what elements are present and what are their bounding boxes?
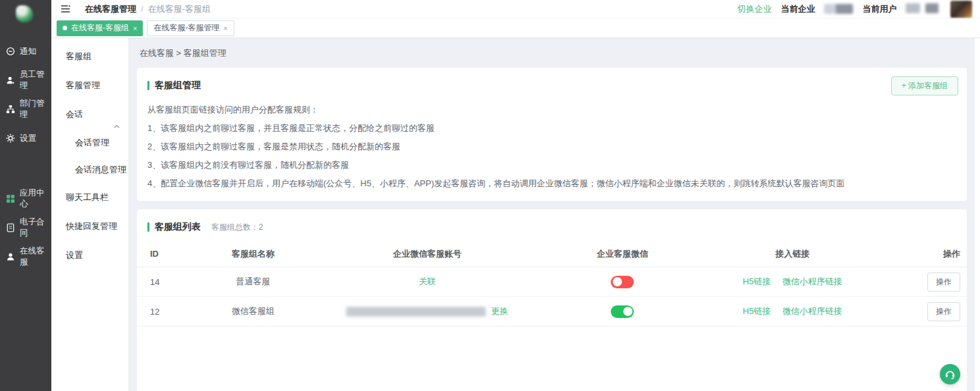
mini-program-link[interactable]: 微信小程序链接 [783,276,842,286]
departments-icon [6,105,15,114]
tab-online-service-group[interactable]: 在线客服-客服组 × [57,20,143,36]
breadcrumb-root[interactable]: 在线客服管理 [85,3,136,15]
user-avatar[interactable] [950,1,972,18]
wecom-account-redacted [346,307,486,317]
cell-group-name: 普通客服 [203,276,303,288]
sidebar-item-departments[interactable]: 部门管理 [0,95,51,124]
menu-item-settings[interactable]: 设置 [51,241,128,270]
col-header-wecom-service: 企业客服微信 [552,248,692,260]
sidebar-item-label: 设置 [20,133,36,144]
current-user-label: 当前用户 [862,3,896,15]
current-enterprise-label: 当前企业 [781,3,815,15]
card-title: 客服组列表 [155,221,201,233]
sidebar-item-settings[interactable]: 设置 [0,124,51,153]
customer-service-icon [6,252,15,261]
service-group-manage-card: 客服组管理 + 添加客服组 从客服组页面链接访问的用户分配客服规则： 1、该客服… [137,68,967,201]
col-header-wecom-account: 企业微信客服账号 [303,248,552,260]
change-account-link[interactable]: 更换 [491,305,508,317]
app-logo [16,5,33,22]
menu-item-chat-toolbar[interactable]: 聊天工具栏 [51,183,128,212]
rules-intro: 从客服组页面链接访问的用户分配客服规则： [147,105,956,114]
tab-label: 在线客服-客服管理 [153,22,219,34]
rule-line: 4、配置企业微信客服并开启后，用户在移动端(公众号、H5、小程序、APP)发起客… [147,179,956,188]
associate-account-link[interactable]: 关联 [419,276,436,286]
breadcrumb: 在线客服管理 / 在线客服-客服组 [85,3,211,15]
top-header: 在线客服管理 / 在线客服-客服组 切换企业 当前企业 当前用户 [51,0,980,18]
h5-link[interactable]: H5链接 [743,276,771,286]
mini-program-link[interactable]: 微信小程序链接 [783,306,842,316]
sidebar-item-notifications[interactable]: 通知 [0,37,51,66]
menu-item-label: 会话 [66,109,83,119]
menu-item-session[interactable]: 会话 [51,100,128,129]
sidebar-item-contract[interactable]: 电子合同 [0,213,51,242]
toggle-knob [623,307,632,316]
title-accent-bar [147,81,149,90]
rule-line: 2、该客服组内之前聊过客服，客服是禁用状态，随机分配新的客服 [147,142,956,151]
service-group-table: ID 客服组名称 企业微信客服账号 企业客服微信 接入链接 操作 14 普通客服… [137,241,967,326]
h5-link[interactable]: H5链接 [743,306,771,316]
title-accent-bar [147,222,149,232]
open-tabs-bar: 在线客服-客服组 × 在线客服-客服管理 × [51,18,980,38]
menu-item-service-group[interactable]: 客服组 [51,42,128,71]
notification-icon [6,47,15,56]
rule-line: 3、该客服组内之前没有聊过客服，随机分配新的客服 [147,161,956,169]
col-header-name: 客服组名称 [203,248,303,260]
employees-icon [6,76,15,85]
col-header-actions: 操作 [892,248,966,260]
toggle-knob [613,277,622,286]
contract-icon [6,223,15,232]
sidebar-item-employees[interactable]: 员工管理 [0,66,51,95]
col-header-access-links: 接入链接 [693,248,892,260]
menu-item-service-manage[interactable]: 客服管理 [51,71,128,100]
menu-item-label: 客服管理 [66,80,100,90]
main-content: 在线客服 > 客服组管理 客服组管理 + 添加客服组 从客服组页面链接访问的用户… [129,38,975,391]
page-breadcrumb: 在线客服 > 客服组管理 [129,38,975,68]
wecom-service-toggle[interactable] [611,305,634,318]
sidebar-item-label: 在线客服 [20,246,51,268]
active-tab-dot-icon [63,26,67,30]
secondary-sidebar: 客服组 客服管理 会话 会话管理 会话消息管理 聊天工具栏 快捷回复管理 设置 [51,38,129,391]
menu-item-session-message-manage[interactable]: 会话消息管理 [51,156,128,183]
table-row: 14 普通客服 关联 H5链接 微信小程序链接 操作 [137,267,967,297]
menu-item-session-manage[interactable]: 会话管理 [51,129,128,156]
sidebar-item-label: 部门管理 [20,98,51,120]
menu-item-label: 快捷回复管理 [66,221,117,231]
headset-icon [944,369,956,380]
collapse-menu-icon[interactable] [61,5,70,13]
app-center-icon [6,194,15,203]
cell-id: 14 [137,277,203,287]
table-row: 12 微信客服组 更换 H5链接 微信小程序链接 操作 [137,297,967,326]
sidebar-item-label: 应用中心 [20,188,51,210]
sidebar-item-app-center[interactable]: 应用中心 [0,184,51,213]
menu-item-label: 客服组 [66,51,91,61]
menu-item-label: 聊天工具栏 [66,192,109,202]
sidebar-item-online-service[interactable]: 在线客服 [0,242,51,271]
primary-sidebar: 通知 员工管理 部门管理 设置 应用中心 电子合同 在线客服 [0,0,51,391]
current-user-value-redacted [925,3,939,13]
breadcrumb-separator: / [141,4,143,14]
switch-enterprise-link[interactable]: 切换企业 [737,3,771,15]
menu-item-label: 设置 [66,250,83,260]
current-user-value-redacted [906,3,920,13]
cell-group-name: 微信客服组 [203,305,303,317]
current-enterprise-value-redacted [824,4,853,14]
close-tab-icon[interactable]: × [133,24,137,32]
menu-item-quick-reply[interactable]: 快捷回复管理 [51,212,128,241]
row-action-button[interactable]: 操作 [927,273,960,292]
group-total-count: 客服组总数：2 [211,222,263,233]
close-tab-icon[interactable]: × [223,24,227,32]
row-action-button[interactable]: 操作 [927,302,960,321]
add-service-group-button[interactable]: + 添加客服组 [891,76,958,95]
rule-line: 1、该客服组内之前聊过客服，并且客服是正常状态，分配给之前聊过的客服 [147,124,956,132]
assignment-rules: 从客服组页面链接访问的用户分配客服规则： 1、该客服组内之前聊过客服，并且客服是… [137,91,967,188]
cell-id: 12 [137,307,203,317]
sidebar-item-label: 电子合同 [20,217,51,239]
tab-online-service-manage[interactable]: 在线客服-客服管理 × [147,20,234,36]
tab-label: 在线客服-客服组 [71,22,129,34]
service-group-list-card: 客服组列表 客服组总数：2 ID 客服组名称 企业微信客服账号 企业客服微信 接… [137,209,967,391]
card-title: 客服组管理 [155,80,201,91]
floating-service-button[interactable] [940,364,960,384]
settings-icon [6,134,15,143]
menu-item-label: 会话管理 [75,138,109,147]
wecom-service-toggle[interactable] [611,276,634,288]
